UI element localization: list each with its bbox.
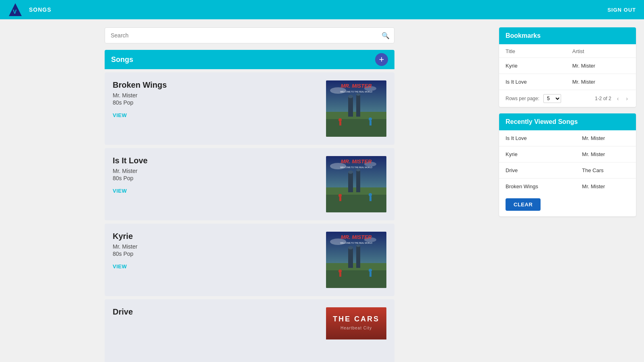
inner-main: 🔍 Songs + Broken Wings Mr. Mister 80s Po… (105, 27, 394, 362)
bookmark-title: Kyrie (499, 58, 566, 74)
rv-artist: Mr. Mister (576, 146, 636, 162)
song-name: Is It Love (113, 156, 320, 165)
svg-point-7 (348, 95, 353, 98)
rv-title: Kyrie (499, 146, 576, 162)
rows-per-page-select[interactable]: 5 10 (543, 94, 561, 103)
svg-point-26 (339, 194, 342, 197)
svg-point-28 (369, 193, 372, 196)
svg-rect-20 (348, 172, 353, 192)
table-row: KyrieMr. Mister (499, 58, 636, 74)
svg-point-22 (348, 171, 353, 174)
svg-point-11 (339, 118, 342, 121)
svg-text:MR. MISTER: MR. MISTER (341, 158, 372, 165)
right-sidebar: Bookmarks Title Artist KyrieMr. MisterIs… (499, 27, 636, 362)
svg-point-38 (356, 245, 360, 247)
rv-artist: Mr. Mister (576, 130, 636, 146)
header-left: V SONGS (8, 2, 52, 17)
song-artist: Mr. Mister (113, 168, 320, 174)
svg-rect-29 (369, 196, 372, 201)
song-info: Broken Wings Mr. Mister 80s Pop VIEW (113, 80, 320, 119)
svg-text:WELCOME TO THE REAL WORLD: WELCOME TO THE REAL WORLD (340, 166, 372, 169)
search-icon: 🔍 (382, 32, 390, 39)
bookmarks-col-artist: Artist (566, 44, 636, 58)
svg-rect-21 (356, 170, 360, 192)
song-album-art: MR. MISTER WELCOME TO THE REAL WORLD (326, 232, 386, 288)
songs-list: Broken Wings Mr. Mister 80s Pop VIEW (105, 72, 394, 362)
view-link[interactable]: VIEW (113, 263, 127, 269)
svg-point-41 (339, 269, 342, 273)
song-card: Drive THE CA (105, 299, 394, 362)
svg-point-23 (356, 169, 360, 171)
svg-point-43 (369, 269, 372, 272)
sign-out-button[interactable]: SIGN OUT (607, 7, 636, 13)
view-link[interactable]: VIEW (113, 112, 127, 118)
rows-per-page-label: Rows per page: (506, 96, 539, 101)
svg-text:WELCOME TO THE REAL WORLD: WELCOME TO THE REAL WORLD (340, 242, 372, 244)
svg-rect-12 (339, 121, 341, 125)
rv-artist: The Cars (576, 162, 636, 179)
svg-rect-42 (339, 273, 341, 277)
svg-text:Heartbeat City: Heartbeat City (341, 326, 372, 330)
svg-rect-36 (356, 246, 360, 268)
svg-text:MR. MISTER: MR. MISTER (341, 83, 372, 89)
rv-title: Drive (499, 162, 576, 179)
svg-rect-3 (326, 117, 386, 137)
song-artist: Mr. Mister (113, 243, 320, 250)
recently-viewed-header: Recently Viewed Songs (499, 113, 636, 130)
svg-point-37 (348, 246, 353, 249)
song-album-art: MR. MISTER WELCOME TO THE REAL WORLD (326, 80, 386, 137)
add-song-button[interactable]: + (375, 53, 388, 66)
svg-rect-35 (348, 248, 353, 268)
song-genre: 80s Pop (113, 99, 320, 106)
song-info: Kyrie Mr. Mister 80s Pop VIEW (113, 232, 320, 270)
svg-point-13 (369, 117, 372, 121)
song-genre: 80s Pop (113, 251, 320, 257)
search-container: 🔍 (105, 27, 394, 43)
bookmarks-table: Title Artist KyrieMr. MisterIs It LoveMr… (499, 44, 636, 90)
song-name: Kyrie (113, 232, 320, 241)
song-genre: 80s Pop (113, 175, 320, 181)
search-input[interactable] (105, 27, 394, 43)
song-artist: Mr. Mister (113, 92, 320, 99)
clear-button[interactable]: CLEAR (506, 198, 541, 211)
svg-rect-47 (326, 307, 386, 339)
bookmarks-next-button[interactable]: › (624, 95, 630, 103)
svg-text:MR. MISTER: MR. MISTER (341, 234, 372, 240)
svg-rect-6 (356, 95, 360, 117)
bookmark-artist: Mr. Mister (566, 58, 636, 74)
svg-rect-5 (348, 97, 353, 117)
bookmark-title: Is It Love (499, 74, 566, 90)
table-row: KyrieMr. Mister (499, 146, 636, 162)
header: V SONGS SIGN OUT (0, 0, 644, 19)
recently-viewed-table: Is It LoveMr. MisterKyrieMr. MisterDrive… (499, 130, 636, 194)
bookmarks-prev-button[interactable]: ‹ (615, 95, 621, 103)
table-row: Is It LoveMr. Mister (499, 130, 636, 146)
bookmarks-header: Bookmarks (499, 27, 636, 44)
song-info: Is It Love Mr. Mister 80s Pop VIEW (113, 156, 320, 194)
svg-rect-44 (369, 272, 372, 277)
main-column: 🔍 Songs + Broken Wings Mr. Mister 80s Po… (8, 27, 491, 362)
table-row: Is It LoveMr. Mister (499, 74, 636, 90)
svg-rect-33 (326, 268, 386, 288)
svg-text:THE CARS: THE CARS (333, 315, 380, 323)
songs-section-title: Songs (111, 56, 133, 64)
page-wrapper: V SONGS SIGN OUT 🔍 Songs + (0, 0, 644, 362)
song-album-art: THE CARS Heartbeat City (326, 307, 386, 362)
recently-viewed-section: Recently Viewed Songs Is It LoveMr. Mist… (499, 113, 636, 216)
view-link[interactable]: VIEW (113, 188, 127, 194)
rv-title: Broken Wings (499, 179, 576, 195)
svg-rect-14 (369, 121, 372, 125)
song-info: Drive (113, 307, 320, 319)
song-album-art: MR. MISTER WELCOME TO THE REAL WORLD (326, 156, 386, 212)
body-wrapper: 🔍 Songs + Broken Wings Mr. Mister 80s Po… (0, 19, 644, 362)
bookmarks-col-title: Title (499, 44, 566, 58)
nav-label: SONGS (29, 6, 52, 13)
bookmarks-pagination-info: 1-2 of 2 (595, 96, 611, 101)
bookmarks-section: Bookmarks Title Artist KyrieMr. MisterIs… (499, 27, 636, 107)
song-card: Broken Wings Mr. Mister 80s Pop VIEW (105, 72, 394, 145)
svg-text:V: V (13, 8, 17, 15)
song-card: Is It Love Mr. Mister 80s Pop VIEW (105, 148, 394, 220)
svg-text:WELCOME TO THE REAL WORLD: WELCOME TO THE REAL WORLD (340, 90, 372, 93)
logo-icon: V (8, 2, 23, 17)
svg-rect-18 (326, 192, 386, 212)
